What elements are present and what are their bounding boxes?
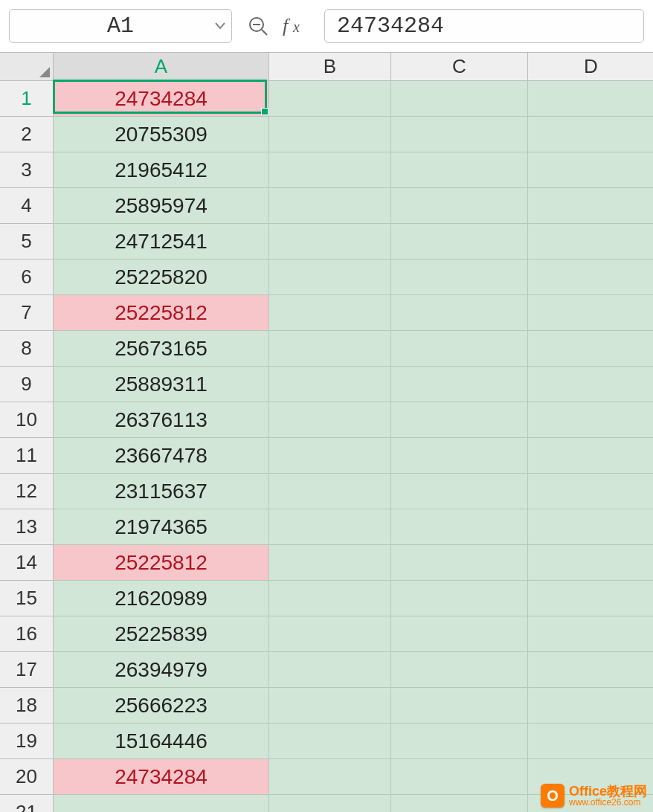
cell-B8[interactable] [269,331,391,367]
cell-A12[interactable]: 23115637 [54,474,269,509]
cell-C3[interactable] [391,152,528,188]
cell-B7[interactable] [269,295,391,331]
cell-B15[interactable] [269,581,391,616]
cell-B13[interactable] [269,509,391,545]
cell-D17[interactable] [528,652,653,688]
cell-C10[interactable] [391,402,528,438]
cell-D9[interactable] [528,367,653,402]
column-header-A[interactable]: A [54,53,269,81]
cell-D5[interactable] [528,224,653,260]
cell-D15[interactable] [528,581,653,616]
row-header[interactable]: 4 [0,188,54,224]
cell-A2[interactable]: 20755309 [54,117,269,152]
row-header[interactable]: 12 [0,474,54,509]
select-all-corner[interactable] [0,53,54,81]
cell-C13[interactable] [391,509,528,545]
row-header[interactable]: 13 [0,509,54,545]
cell-A4[interactable]: 25895974 [54,188,269,224]
cell-C18[interactable] [391,688,528,724]
cell-B21[interactable] [269,795,391,812]
cell-C7[interactable] [391,295,528,331]
cell-D16[interactable] [528,616,653,652]
row-header[interactable]: 5 [0,224,54,260]
cell-C1[interactable] [391,81,528,117]
cell-D13[interactable] [528,509,653,545]
cell-A6[interactable]: 25225820 [54,260,269,295]
cell-D12[interactable] [528,474,653,509]
row-header[interactable]: 7 [0,295,54,331]
cell-D3[interactable] [528,152,653,188]
cell-A8[interactable]: 25673165 [54,331,269,367]
cell-C6[interactable] [391,260,528,295]
cell-C15[interactable] [391,581,528,616]
row-header[interactable]: 10 [0,402,54,438]
cell-B5[interactable] [269,224,391,260]
cell-C8[interactable] [391,331,528,367]
row-header[interactable]: 20 [0,759,54,795]
cell-D18[interactable] [528,688,653,724]
cell-C2[interactable] [391,117,528,152]
cell-C21[interactable] [391,795,528,812]
cell-C19[interactable] [391,724,528,759]
cell-A18[interactable]: 25666223 [54,688,269,724]
row-header[interactable]: 2 [0,117,54,152]
cell-D4[interactable] [528,188,653,224]
cell-A10[interactable]: 26376113 [54,402,269,438]
cell-A14[interactable]: 25225812 [54,545,269,581]
cell-A3[interactable]: 21965412 [54,152,269,188]
spreadsheet-grid[interactable]: A B C D 12473428422075530932196541242589… [0,52,653,812]
cell-A17[interactable]: 26394979 [54,652,269,688]
cell-B1[interactable] [269,81,391,117]
cell-D14[interactable] [528,545,653,581]
cell-A20[interactable]: 24734284 [54,759,269,795]
cell-B11[interactable] [269,438,391,474]
cell-C17[interactable] [391,652,528,688]
cell-B9[interactable] [269,367,391,402]
row-header[interactable]: 8 [0,331,54,367]
column-header-C[interactable]: C [391,53,528,81]
cell-B19[interactable] [269,724,391,759]
cell-B16[interactable] [269,616,391,652]
row-header[interactable]: 11 [0,438,54,474]
cell-A16[interactable]: 25225839 [54,616,269,652]
cell-B3[interactable] [269,152,391,188]
cell-A5[interactable]: 24712541 [54,224,269,260]
cell-A21[interactable] [54,795,269,812]
cell-D6[interactable] [528,260,653,295]
row-header[interactable]: 16 [0,616,54,652]
row-header[interactable]: 18 [0,688,54,724]
row-header[interactable]: 21 [0,795,54,812]
cell-C12[interactable] [391,474,528,509]
cell-B14[interactable] [269,545,391,581]
row-header[interactable]: 15 [0,581,54,616]
row-header[interactable]: 6 [0,260,54,295]
row-header[interactable]: 14 [0,545,54,581]
column-header-B[interactable]: B [269,53,391,81]
cell-B12[interactable] [269,474,391,509]
row-header[interactable]: 17 [0,652,54,688]
row-header[interactable]: 1 [0,81,54,117]
cell-B4[interactable] [269,188,391,224]
cell-D19[interactable] [528,724,653,759]
cell-C11[interactable] [391,438,528,474]
cell-A13[interactable]: 21974365 [54,509,269,545]
cell-C5[interactable] [391,224,528,260]
row-header[interactable]: 9 [0,367,54,402]
cell-A11[interactable]: 23667478 [54,438,269,474]
row-header[interactable]: 3 [0,152,54,188]
cell-C16[interactable] [391,616,528,652]
fx-icon[interactable]: f x [283,15,311,37]
formula-input[interactable]: 24734284 [324,9,644,43]
cell-D2[interactable] [528,117,653,152]
cell-D11[interactable] [528,438,653,474]
cell-A7[interactable]: 25225812 [54,295,269,331]
row-header[interactable]: 19 [0,724,54,759]
cell-D7[interactable] [528,295,653,331]
cell-A19[interactable]: 15164446 [54,724,269,759]
cell-D1[interactable] [528,81,653,117]
cell-D10[interactable] [528,402,653,438]
cell-B6[interactable] [269,260,391,295]
cell-D8[interactable] [528,331,653,367]
name-box[interactable]: A1 [9,9,232,43]
cell-A1[interactable]: 24734284 [54,81,269,117]
